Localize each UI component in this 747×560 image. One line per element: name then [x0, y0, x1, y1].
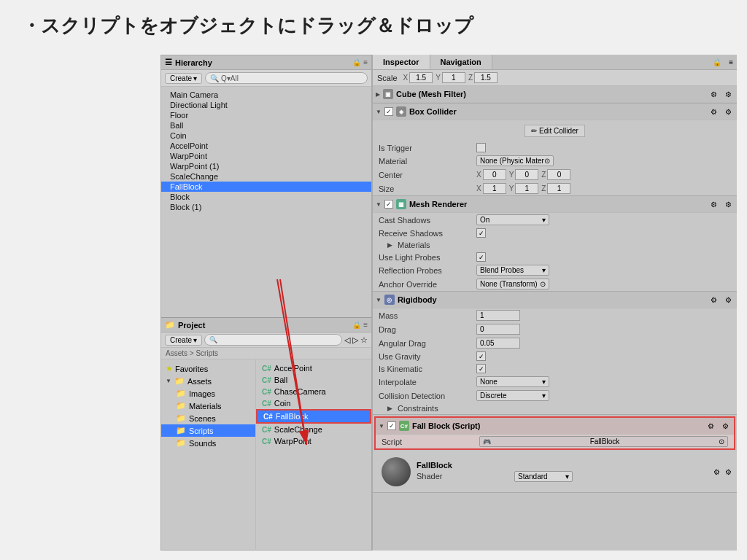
use-light-probes-checkbox[interactable]: [476, 252, 486, 262]
drag-input[interactable]: [476, 324, 520, 335]
tab-navigation[interactable]: Navigation: [430, 55, 492, 69]
rigidbody-more-icon[interactable]: ⚙: [722, 294, 734, 306]
mesh-renderer-enabled[interactable]: [384, 200, 393, 209]
hier-item-coin[interactable]: Coin: [161, 131, 371, 141]
hier-item-dir-light[interactable]: Directional Light: [161, 100, 371, 110]
project-menu-icon: ≡: [363, 321, 368, 329]
box-collider-enabled[interactable]: [384, 107, 393, 116]
hier-item-scalechange[interactable]: ScaleChange: [161, 171, 371, 182]
tab-inspector[interactable]: Inspector: [373, 55, 430, 69]
mesh-renderer-more-icon[interactable]: ⚙: [722, 198, 734, 210]
hier-item-warppoint[interactable]: WarpPoint: [161, 151, 371, 161]
center-z-input[interactable]: [547, 169, 570, 180]
script-icon: C#: [262, 438, 271, 446]
is-kinematic-checkbox[interactable]: [476, 364, 486, 373]
receive-shadows-label: Receive Shadows: [379, 229, 473, 238]
cast-shadows-dropdown[interactable]: On ▾: [476, 214, 549, 225]
file-chasecamera[interactable]: C# ChaseCamera: [256, 386, 371, 397]
project-icon-2: ▷: [352, 335, 358, 345]
center-x-input[interactable]: [483, 169, 506, 180]
shader-dropdown[interactable]: Standard ▾: [514, 471, 573, 482]
inspector-tabs: Inspector Navigation 🔒 ≡: [373, 55, 737, 70]
angular-drag-input[interactable]: [476, 338, 520, 349]
rigidbody-settings-icon[interactable]: ⚙: [708, 294, 719, 306]
scale-z-field: Z: [468, 72, 498, 83]
edit-collider-btn[interactable]: ✏ Edit Collider: [525, 125, 585, 137]
file-scalechange[interactable]: C# ScaleChange: [256, 424, 371, 435]
edit-icon: ✏: [531, 127, 537, 135]
mesh-renderer-settings-icon[interactable]: ⚙: [708, 198, 719, 210]
interpolate-dropdown[interactable]: None ▾: [476, 376, 549, 387]
script-icon: C#: [263, 413, 273, 421]
mesh-filter-settings-icon[interactable]: ⚙: [708, 88, 719, 100]
project-search[interactable]: 🔍: [204, 334, 342, 346]
scale-y-field: Y: [436, 72, 465, 83]
hier-item-accelpoint[interactable]: AccelPoint: [161, 141, 371, 151]
project-file-list: C# AccelPoint C# Ball C# ChaseCamera C# …: [256, 359, 371, 551]
mesh-filter-section: ▶ ▣ Cube (Mesh Filter) ⚙ ⚙: [373, 86, 737, 104]
hier-item-block[interactable]: Block: [161, 192, 371, 202]
script-icon: C#: [262, 388, 271, 396]
project-create-btn[interactable]: Create ▾: [165, 335, 202, 346]
script-icon: 🎮: [483, 438, 491, 446]
shader-row: Shader Standard ▾: [417, 470, 711, 483]
fall-block-enabled[interactable]: [387, 421, 396, 430]
size-z-input[interactable]: [547, 183, 570, 194]
hier-item-floor[interactable]: Floor: [161, 110, 371, 120]
project-folder-scripts[interactable]: 📁 Scripts: [161, 424, 255, 437]
hier-item-warppoint1[interactable]: WarpPoint (1): [161, 161, 371, 171]
use-gravity-checkbox[interactable]: [476, 351, 486, 361]
project-folder-materials[interactable]: 📁 Materials: [161, 400, 255, 412]
anchor-override-label: Anchor Override: [379, 280, 473, 289]
project-body: ★ Favorites ▼ 📁 Assets 📁 Images 📁 M: [161, 359, 371, 551]
scale-y-input[interactable]: [442, 72, 465, 83]
size-row: Size X Y Z: [373, 182, 737, 195]
material-section: FallBlock Shader Standard ▾ ⚙ ⚙: [373, 451, 737, 493]
material-more-icon[interactable]: ⚙: [722, 466, 734, 478]
script-row: Script 🎮 FallBlock ⊙: [376, 435, 734, 448]
hier-item-ball[interactable]: Ball: [161, 120, 371, 131]
center-y-input[interactable]: [515, 169, 538, 180]
file-warppoint[interactable]: C# WarpPoint: [256, 435, 371, 447]
material-dropdown[interactable]: None (Physic Mater ⊙: [476, 155, 554, 166]
project-folder-sounds[interactable]: 📁 Sounds: [161, 437, 255, 449]
hierarchy-create-btn[interactable]: Create ▾: [165, 73, 202, 84]
dropdown-arrow: ▾: [542, 392, 546, 400]
hier-item-fallblock[interactable]: FallBlock: [161, 182, 371, 192]
reflection-probes-dropdown[interactable]: Blend Probes ▾: [476, 265, 549, 276]
script-dropdown[interactable]: 🎮 FallBlock ⊙: [479, 436, 728, 447]
interpolate-row: Interpolate None ▾: [373, 375, 737, 389]
mass-row: Mass: [373, 308, 737, 322]
fall-block-more-icon[interactable]: ⚙: [719, 420, 731, 432]
collision-detection-label: Collision Detection: [379, 392, 473, 400]
hier-item-block1[interactable]: Block (1): [161, 202, 371, 212]
anchor-override-dropdown[interactable]: None (Transform) ⊙: [476, 279, 549, 289]
size-y-input[interactable]: [515, 183, 538, 194]
mesh-filter-more-icon[interactable]: ⚙: [722, 88, 734, 100]
chevron-down-icon: ▾: [193, 74, 197, 82]
project-folder-images[interactable]: 📁 Images: [161, 387, 255, 400]
hier-item-main-camera[interactable]: Main Camera: [161, 90, 371, 100]
project-favorites[interactable]: ★ Favorites: [161, 362, 255, 375]
file-ball[interactable]: C# Ball: [256, 374, 371, 386]
box-collider-icon: ◈: [396, 106, 406, 117]
is-trigger-checkbox[interactable]: [476, 143, 486, 152]
box-collider-more-icon[interactable]: ⚙: [722, 106, 734, 117]
file-coin[interactable]: C# Coin: [256, 397, 371, 409]
file-accelpoint[interactable]: C# AccelPoint: [256, 362, 371, 374]
size-x-input[interactable]: [483, 183, 506, 194]
hierarchy-toolbar: Create ▾ 🔍 Q▾All: [161, 70, 371, 87]
mass-input[interactable]: [476, 310, 520, 321]
file-fallblock[interactable]: C# FallBlock: [256, 409, 371, 424]
scale-x-input[interactable]: [409, 72, 433, 83]
project-folder-assets[interactable]: ▼ 📁 Assets: [161, 375, 255, 387]
project-folder-scenes[interactable]: 📁 Scenes: [161, 412, 255, 424]
material-settings-icon[interactable]: ⚙: [711, 466, 722, 478]
hierarchy-search[interactable]: 🔍 Q▾All: [205, 72, 368, 84]
collapse-icon: ▼: [376, 201, 382, 208]
box-collider-settings-icon[interactable]: ⚙: [708, 106, 719, 117]
receive-shadows-checkbox[interactable]: [476, 228, 486, 238]
fall-block-settings-icon[interactable]: ⚙: [705, 420, 716, 432]
scale-z-input[interactable]: [474, 72, 498, 83]
collision-detection-dropdown[interactable]: Discrete ▾: [476, 390, 549, 401]
